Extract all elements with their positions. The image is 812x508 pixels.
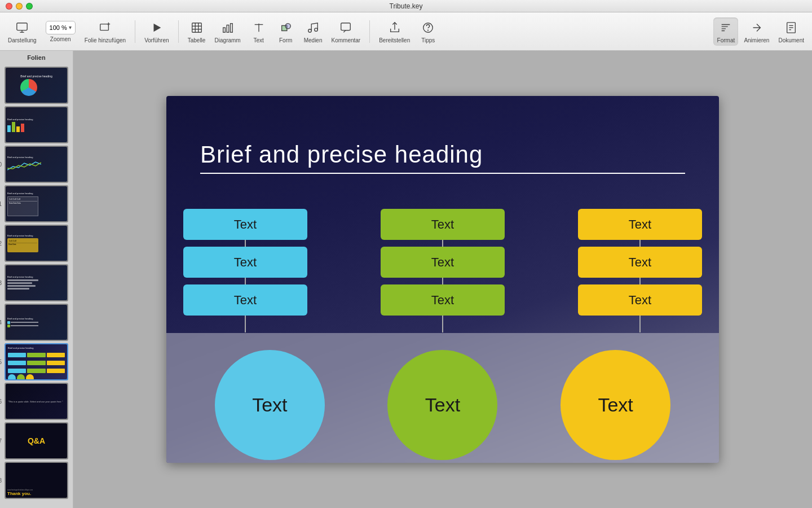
svg-rect-3 (100, 24, 109, 30)
blue-box-2[interactable]: Text (183, 247, 307, 278)
folie-hinzufugen-label: Folie hinzufügen (85, 37, 126, 43)
thumb-mini-boxes2 (8, 361, 65, 365)
slide-thumb-15[interactable]: 15 Brief and precise heading (5, 343, 68, 380)
slide-thumb-8[interactable]: 8 Brief and precise heading (5, 67, 68, 104)
kommentar-button[interactable]: Kommentar (328, 17, 364, 46)
yellow-box-1-text: Text (629, 217, 651, 232)
medien-button[interactable]: Medien (301, 17, 326, 46)
slide-preview-17: Q&A (6, 423, 67, 458)
divider-1 (135, 20, 135, 43)
diagramm-button[interactable]: Diagramm (211, 17, 244, 46)
svg-rect-14 (230, 23, 232, 32)
yellow-connector-1 (639, 240, 641, 247)
mini-table-icon: Col1 Col2 Col3 Data Data Data (7, 196, 38, 216)
diagramm-label: Diagramm (215, 37, 241, 43)
slide-canvas[interactable]: Brief and precise heading Text Text Text (166, 96, 719, 463)
yellow-box-2[interactable]: Text (578, 247, 702, 278)
folie-hinzufugen-button[interactable]: Folie hinzufügen (81, 17, 129, 46)
slide-number-11: 11 (0, 201, 2, 207)
slide-number-15: 15 (0, 359, 2, 365)
zoomen-button[interactable]: 100 % ▾ Zoomen (42, 19, 79, 45)
toolbar: Darstellung 100 % ▾ Zoomen Folie hinzufü… (0, 12, 812, 51)
text-icon (251, 20, 267, 36)
slide-thumb-11[interactable]: 11 Brief and precise heading Col1 Col2 C… (5, 185, 68, 222)
circle-yellow-text: Text (598, 394, 633, 416)
svg-point-23 (428, 30, 429, 30)
slide-title[interactable]: Brief and precise heading (200, 141, 685, 168)
slide-preview-11: Brief and precise heading Col1 Col2 Col3… (6, 186, 67, 221)
circle-blue[interactable]: Text (215, 350, 325, 460)
maximize-button[interactable] (26, 3, 33, 10)
slide-thumb-10[interactable]: 10 Brief and precise heading (5, 146, 68, 183)
canvas-area: Brief and precise heading Text Text Text (73, 51, 812, 508)
circle-yellow-item: Text (561, 350, 670, 460)
slide-number-12: 12 (0, 240, 2, 247)
circle-blue-item: Text (215, 350, 325, 460)
title-bar: Tribute.key (0, 0, 812, 12)
svg-rect-7 (192, 23, 201, 32)
zoom-arrow-icon: ▾ (69, 24, 72, 30)
yellow-box-3-text: Text (629, 293, 651, 308)
blue-box-1[interactable]: Text (183, 209, 307, 240)
window-title: Tribute.key (390, 2, 423, 10)
circle-container: Text Text Text (166, 330, 719, 460)
circle-green-text: Text (425, 394, 460, 416)
darstellung-button[interactable]: Darstellung (5, 17, 40, 46)
bereitstellen-label: Bereitstellen (379, 37, 410, 43)
bereitstellen-button[interactable]: Bereitstellen (376, 17, 413, 46)
heading-underline (200, 173, 685, 174)
dokument-button[interactable]: Dokument (775, 17, 807, 46)
slide-thumb-14[interactable]: 14 Brief and precise heading (5, 304, 68, 341)
slide-preview-9: Brief and precise heading (6, 107, 67, 142)
close-button[interactable] (6, 3, 12, 10)
tipps-label: Tipps (421, 37, 435, 43)
divider-2 (178, 20, 179, 43)
animieren-label: Animieren (744, 37, 769, 43)
minimize-button[interactable] (16, 3, 23, 10)
slide-thumb-13[interactable]: 13 Brief and precise heading (5, 264, 68, 301)
form-button[interactable]: Form (273, 17, 298, 46)
yellow-box-3[interactable]: Text (578, 284, 702, 316)
vorfuhren-label: Vorführen (144, 37, 169, 43)
green-connector-1 (442, 240, 443, 247)
slide-thumb-18[interactable]: 18 www.heritagechristiancollege.com Than… (5, 462, 68, 499)
slide-preview-10: Brief and precise heading (6, 147, 67, 182)
blue-box-3[interactable]: Text (183, 284, 307, 316)
slide-number-18: 18 (0, 478, 2, 484)
vorfuhren-button[interactable]: Vorführen (141, 17, 172, 46)
format-button[interactable]: Format (713, 17, 738, 46)
svg-point-20 (315, 28, 318, 30)
monitor-icon (14, 20, 30, 36)
play-icon (149, 20, 165, 36)
green-box-3[interactable]: Text (381, 284, 505, 316)
svg-marker-6 (153, 23, 161, 32)
blue-connector-1 (245, 240, 246, 247)
window-controls[interactable] (6, 3, 33, 10)
slide-thumb-12[interactable]: 12 Brief and precise heading Col1 Col2 D… (5, 225, 68, 262)
svg-rect-21 (341, 23, 351, 30)
slide-thumb-16[interactable]: 16 "This is a quote slide. Select and us… (5, 383, 68, 420)
tipps-button[interactable]: Tipps (416, 17, 440, 46)
column-yellow: Text Text Text (578, 209, 702, 332)
mini-pie-icon (20, 79, 37, 96)
circle-green[interactable]: Text (387, 350, 497, 460)
green-box-1[interactable]: Text (381, 209, 505, 240)
green-box-2[interactable]: Text (381, 247, 505, 278)
circle-yellow[interactable]: Text (561, 350, 670, 460)
thumb-mini-boxes3 (8, 369, 65, 373)
blue-box-1-text: Text (234, 217, 257, 232)
green-box-3-text: Text (431, 293, 454, 308)
help-icon (420, 20, 436, 36)
tabelle-button[interactable]: Tabelle (184, 17, 209, 46)
dokument-label: Dokument (778, 37, 804, 43)
slide-preview-15: Brief and precise heading (6, 344, 67, 379)
animieren-button[interactable]: Animieren (740, 17, 773, 46)
zoom-control[interactable]: 100 % ▾ (46, 21, 76, 34)
yellow-connector-2 (639, 278, 641, 284)
format-label: Format (717, 37, 735, 43)
slide-thumb-17[interactable]: 17 Q&A (5, 422, 68, 459)
yellow-box-1[interactable]: Text (578, 209, 702, 240)
slide-thumb-9[interactable]: 9 Brief and precise heading (5, 106, 68, 143)
zoomen-label: Zoomen (50, 36, 71, 42)
text-button[interactable]: Text (246, 17, 271, 46)
